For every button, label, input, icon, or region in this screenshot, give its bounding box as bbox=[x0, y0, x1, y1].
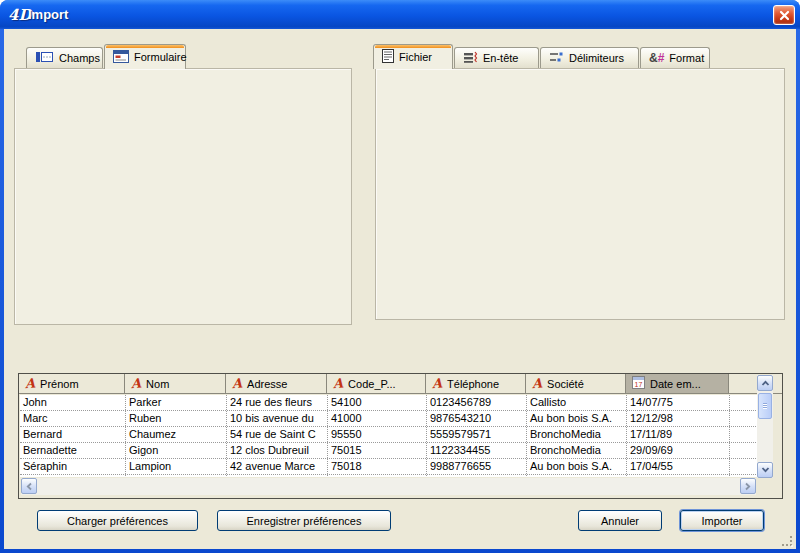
table-row[interactable]: MarcRuben10 bis avenue du410009876543210… bbox=[20, 411, 758, 427]
4d-logo-icon: 4D bbox=[8, 6, 28, 24]
tab-label: En-tête bbox=[483, 52, 518, 64]
table-cell: Parker bbox=[126, 395, 227, 410]
table-cell: 29/09/69 bbox=[627, 443, 730, 458]
scrollbar-thumb[interactable] bbox=[758, 393, 772, 419]
alpha-field-icon: A bbox=[333, 377, 344, 390]
table-cell: BronchoMedia bbox=[527, 443, 627, 458]
tab-delimiteurs[interactable]: Délimiteurs bbox=[540, 47, 639, 68]
tab-format[interactable]: &# Format bbox=[640, 47, 710, 68]
table-cell: Dupuis bbox=[126, 475, 227, 477]
tab-champs[interactable]: Champs bbox=[26, 47, 103, 68]
column-label: Date em... bbox=[650, 378, 701, 390]
alpha-field-icon: A bbox=[232, 377, 243, 390]
table-cell: Au bon bois S.A. bbox=[527, 459, 627, 474]
import-dialog-window: 4D Import Champs Formulaire bbox=[0, 0, 800, 553]
header-lines-icon bbox=[463, 51, 478, 66]
data-preview-table: A Prénom A Nom A Adresse A Code_P... A T… bbox=[18, 373, 783, 499]
date-field-icon: 17 bbox=[632, 376, 645, 391]
form-window-icon bbox=[113, 50, 129, 65]
table-cell: 10 bis avenue du bbox=[227, 411, 328, 426]
table-cell: 42 avenue Marce bbox=[227, 459, 328, 474]
table-cell: Ruben bbox=[126, 411, 227, 426]
tab-label: Champs bbox=[59, 52, 100, 64]
field-icon bbox=[35, 51, 54, 65]
formulaire-tab-page bbox=[14, 68, 352, 325]
preview-table-body: JohnParker24 rue des fleurs5410001234567… bbox=[20, 395, 758, 477]
table-cell: 95550 bbox=[328, 427, 427, 442]
table-cell: Gigon bbox=[126, 443, 227, 458]
table-vertical-scrollbar[interactable] bbox=[757, 375, 773, 478]
table-horizontal-scrollbar[interactable] bbox=[21, 478, 756, 495]
tab-formulaire[interactable]: Formulaire bbox=[104, 44, 186, 69]
table-cell: 54100 bbox=[328, 395, 427, 410]
table-cell: 75015 bbox=[328, 443, 427, 458]
scroll-right-icon[interactable] bbox=[740, 478, 756, 494]
save-preferences-button[interactable]: Enregistrer préférences bbox=[217, 510, 391, 531]
table-cell: 9876543210 bbox=[427, 411, 527, 426]
table-row[interactable]: BernadetteGigon12 clos Dubreuil750151122… bbox=[20, 443, 758, 459]
column-label: Prénom bbox=[40, 378, 79, 390]
table-cell: 17/04/55 bbox=[627, 459, 730, 474]
table-cell: 1122334455 bbox=[427, 443, 527, 458]
table-cell: Marc bbox=[20, 411, 126, 426]
load-preferences-button[interactable]: Charger préférences bbox=[37, 510, 198, 531]
table-cell: Bernard bbox=[20, 427, 126, 442]
table-row[interactable]: BernardChaumez54 rue de Saint C955505559… bbox=[20, 427, 758, 443]
table-cell: Chaumez bbox=[126, 427, 227, 442]
scroll-left-icon[interactable] bbox=[21, 478, 37, 494]
tab-label: Formulaire bbox=[134, 51, 187, 63]
table-cell: 17/11/89 bbox=[627, 427, 730, 442]
delimiter-lines-icon bbox=[549, 51, 564, 66]
table-cell: Au bon bois S.A. bbox=[527, 475, 627, 477]
table-row[interactable]: JohnParker24 rue des fleurs5410001234567… bbox=[20, 395, 758, 411]
column-header[interactable]: 17 Date em... bbox=[626, 374, 729, 393]
table-cell: 12/12/98 bbox=[627, 411, 730, 426]
column-label: Code_P... bbox=[348, 378, 396, 390]
table-cell: 5559579571 bbox=[427, 427, 527, 442]
table-cell: 14/07/75 bbox=[627, 395, 730, 410]
table-cell: John bbox=[20, 395, 126, 410]
column-label: Nom bbox=[146, 378, 169, 390]
tab-label: Délimiteurs bbox=[569, 52, 624, 64]
close-button[interactable] bbox=[773, 5, 795, 25]
table-cell: 24 rue des fleurs bbox=[227, 395, 328, 410]
document-icon bbox=[382, 49, 394, 65]
ampersand-hash-icon: &# bbox=[649, 51, 664, 65]
preview-table-header: A Prénom A Nom A Adresse A Code_P... A T… bbox=[19, 374, 782, 394]
table-cell: 22/12/84 bbox=[627, 475, 730, 477]
title-bar[interactable]: 4D Import bbox=[0, 0, 800, 29]
scroll-up-icon[interactable] bbox=[757, 375, 773, 391]
table-cell: 9988776655 bbox=[427, 459, 527, 474]
fichier-tab-page bbox=[375, 68, 785, 320]
column-header[interactable]: A Société bbox=[526, 374, 626, 393]
alpha-field-icon: A bbox=[131, 377, 142, 390]
column-header[interactable]: A Code_P... bbox=[327, 374, 426, 393]
svg-text:17: 17 bbox=[635, 381, 643, 388]
column-header[interactable]: A Adresse bbox=[226, 374, 327, 393]
tab-fichier[interactable]: Fichier bbox=[373, 44, 453, 69]
column-header[interactable]: A Nom bbox=[125, 374, 226, 393]
column-label: Adresse bbox=[247, 378, 287, 390]
column-header[interactable]: A Téléphone bbox=[426, 374, 526, 393]
alpha-field-icon: A bbox=[432, 377, 443, 390]
alpha-field-icon: A bbox=[532, 377, 543, 390]
alpha-field-icon: A bbox=[25, 377, 36, 390]
table-row[interactable]: BarnabeDupuis1 chemin du port68100Au bon… bbox=[20, 475, 758, 477]
table-row[interactable]: SéraphinLampion42 avenue Marce7501899887… bbox=[20, 459, 758, 475]
cancel-button[interactable]: Annuler bbox=[578, 510, 662, 531]
thumb-grip bbox=[763, 403, 767, 409]
table-cell: Séraphin bbox=[20, 459, 126, 474]
table-cell bbox=[427, 475, 527, 477]
tab-label: Format bbox=[669, 52, 704, 64]
resize-grip-icon[interactable] bbox=[781, 534, 794, 547]
scroll-down-icon[interactable] bbox=[757, 462, 773, 478]
tab-entete[interactable]: En-tête bbox=[454, 47, 539, 68]
column-header[interactable]: A Prénom bbox=[19, 374, 125, 393]
table-cell: Au bon bois S.A. bbox=[527, 411, 627, 426]
table-cell: 12 clos Dubreuil bbox=[227, 443, 328, 458]
table-cell: 41000 bbox=[328, 411, 427, 426]
table-cell: 54 rue de Saint C bbox=[227, 427, 328, 442]
table-cell: Bernadette bbox=[20, 443, 126, 458]
import-button[interactable]: Importer bbox=[680, 510, 764, 531]
table-cell: 1 chemin du port bbox=[227, 475, 328, 477]
